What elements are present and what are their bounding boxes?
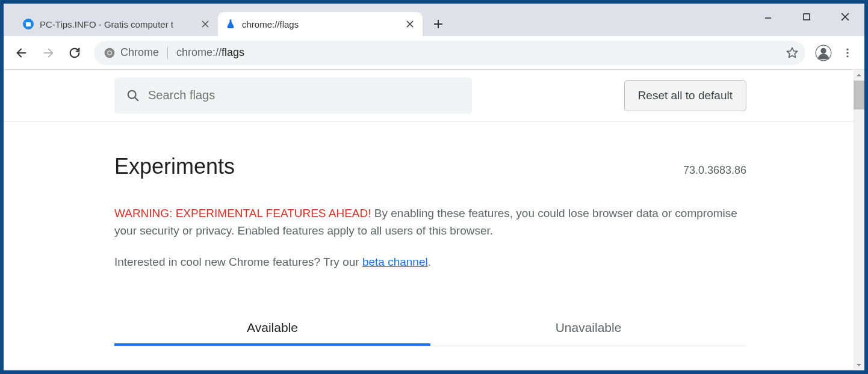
tab-title: chrome://flags bbox=[242, 19, 398, 29]
browser-toolbar: Chrome chrome://flags bbox=[4, 36, 864, 70]
window-close-button[interactable] bbox=[826, 4, 864, 30]
profile-avatar-button[interactable] bbox=[813, 42, 834, 64]
tab-title: PC-Tips.INFO - Gratis computer t bbox=[40, 19, 194, 29]
svg-point-5 bbox=[820, 48, 826, 53]
tab-available[interactable]: Available bbox=[114, 312, 430, 346]
kebab-menu-button[interactable] bbox=[837, 42, 858, 64]
omnibox-separator bbox=[167, 46, 168, 60]
search-flags-box[interactable] bbox=[114, 78, 472, 114]
warning-paragraph: WARNING: EXPERIMENTAL FEATURES AHEAD! By… bbox=[114, 204, 746, 240]
search-icon bbox=[126, 89, 140, 102]
interest-paragraph: Interested in cool new Chrome features? … bbox=[114, 256, 746, 269]
scroll-down-arrow-icon[interactable] bbox=[854, 360, 864, 370]
svg-point-6 bbox=[846, 48, 848, 50]
omnibox-chip: Chrome bbox=[104, 46, 159, 59]
tab-unavailable[interactable]: Unavailable bbox=[430, 312, 746, 346]
bookmark-star-icon[interactable] bbox=[784, 44, 801, 61]
svg-rect-0 bbox=[804, 14, 810, 20]
omnibox-chip-label: Chrome bbox=[120, 46, 159, 59]
page-title: Experiments bbox=[114, 154, 235, 179]
window-maximize-button[interactable] bbox=[787, 4, 826, 30]
new-tab-button[interactable] bbox=[429, 14, 448, 34]
version-label: 73.0.3683.86 bbox=[683, 164, 746, 177]
omnibox-url[interactable]: chrome://flags bbox=[176, 46, 781, 59]
flags-topbar: Reset all to default bbox=[4, 70, 857, 121]
reset-all-button[interactable]: Reset all to default bbox=[624, 80, 746, 111]
page-viewport: Reset all to default Experiments 73.0.36… bbox=[4, 70, 864, 370]
svg-point-3 bbox=[108, 51, 111, 54]
search-flags-input[interactable] bbox=[148, 88, 460, 102]
close-tab-button[interactable] bbox=[200, 19, 211, 29]
scroll-up-arrow-icon[interactable] bbox=[854, 70, 864, 81]
warning-label: WARNING: EXPERIMENTAL FEATURES AHEAD! bbox=[114, 207, 371, 219]
beta-channel-link[interactable]: beta channel bbox=[362, 256, 428, 268]
svg-point-7 bbox=[846, 52, 848, 54]
window-minimize-button[interactable] bbox=[749, 4, 787, 30]
interest-prefix: Interested in cool new Chrome features? … bbox=[114, 256, 362, 268]
browser-tab-flags[interactable]: chrome://flags bbox=[218, 12, 423, 36]
address-bar[interactable]: Chrome chrome://flags bbox=[94, 41, 805, 65]
flags-main: Experiments 73.0.3683.86 WARNING: EXPERI… bbox=[114, 121, 746, 346]
reload-button[interactable] bbox=[63, 41, 87, 65]
interest-suffix: . bbox=[428, 256, 431, 268]
back-button[interactable] bbox=[10, 41, 34, 65]
favicon-pc-tips-icon bbox=[23, 19, 34, 29]
scroll-thumb[interactable] bbox=[854, 81, 864, 109]
chrome-logo-icon bbox=[104, 47, 116, 59]
browser-tab-pc-tips[interactable]: PC-Tips.INFO - Gratis computer t bbox=[16, 12, 218, 36]
favicon-flask-icon bbox=[225, 19, 236, 29]
flags-tabs: Available Unavailable bbox=[114, 312, 746, 346]
vertical-scrollbar[interactable] bbox=[854, 70, 864, 370]
close-tab-button[interactable] bbox=[405, 19, 415, 29]
tab-strip: PC-Tips.INFO - Gratis computer t chrome:… bbox=[4, 4, 864, 36]
svg-point-8 bbox=[846, 55, 848, 57]
forward-button[interactable] bbox=[36, 41, 60, 65]
window-controls bbox=[749, 4, 864, 31]
